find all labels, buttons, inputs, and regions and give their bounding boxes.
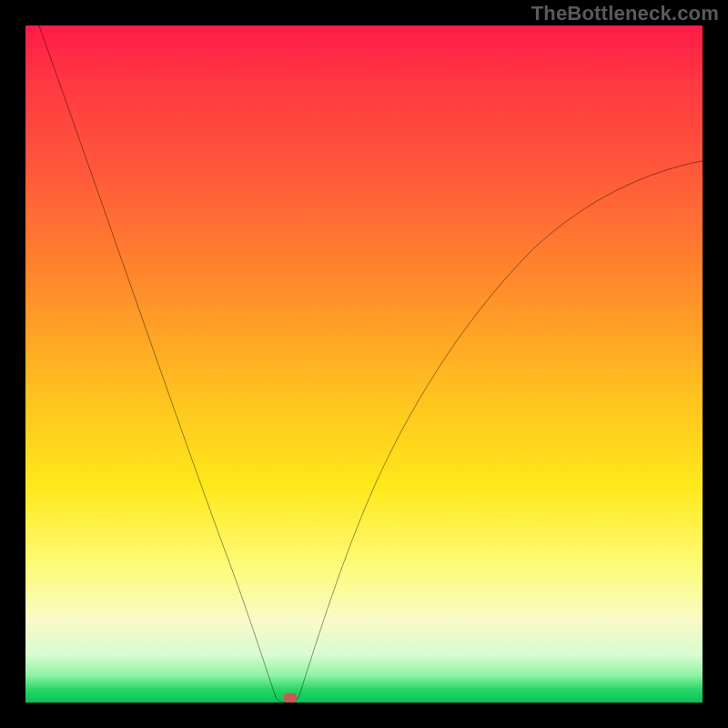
chart-frame: TheBottleneck.com — [0, 0, 728, 728]
minimum-marker — [284, 693, 297, 703]
bottleneck-curve — [25, 25, 703, 703]
watermark-text: TheBottleneck.com — [531, 2, 719, 25]
curve-path — [39, 25, 703, 703]
plot-area — [25, 25, 703, 703]
